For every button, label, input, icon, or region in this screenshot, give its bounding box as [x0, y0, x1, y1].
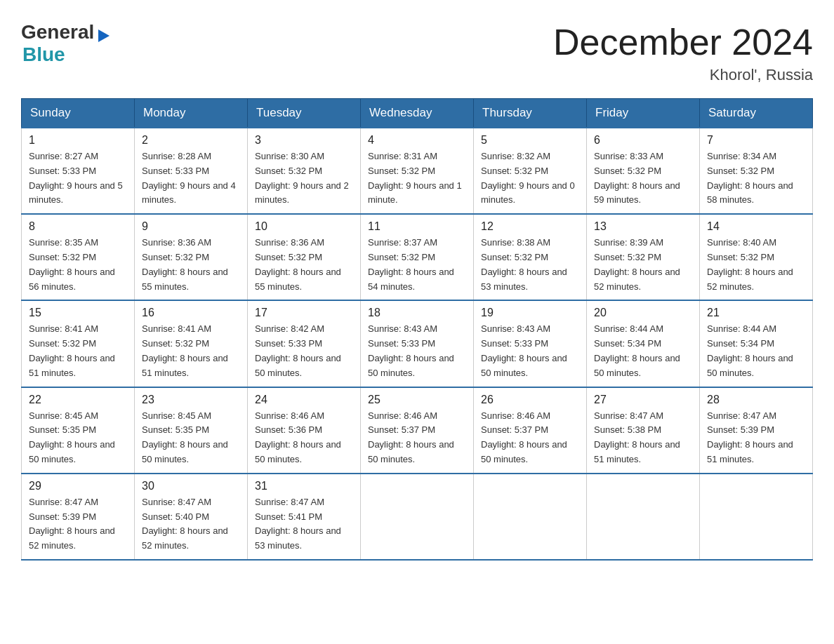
empty-cell-w5-d3 — [361, 474, 474, 560]
calendar-week-4: 22Sunrise: 8:45 AMSunset: 5:35 PMDayligh… — [22, 387, 813, 474]
day-info-20: Sunrise: 8:44 AMSunset: 5:34 PMDaylight:… — [594, 322, 692, 380]
day-number-1: 1 — [29, 134, 127, 147]
header-wednesday: Wednesday — [361, 99, 474, 128]
day-number-29: 29 — [29, 480, 127, 492]
day-cell-22: 22Sunrise: 8:45 AMSunset: 5:35 PMDayligh… — [22, 387, 135, 474]
day-number-17: 17 — [255, 307, 353, 319]
header-thursday: Thursday — [474, 99, 587, 128]
logo-general-text: General — [21, 21, 94, 43]
day-number-27: 27 — [594, 394, 692, 406]
day-cell-1: 1Sunrise: 8:27 AMSunset: 5:33 PMDaylight… — [22, 128, 135, 214]
day-info-15: Sunrise: 8:41 AMSunset: 5:32 PMDaylight:… — [29, 322, 127, 380]
calendar-week-1: 1Sunrise: 8:27 AMSunset: 5:33 PMDaylight… — [22, 128, 813, 214]
header-tuesday: Tuesday — [248, 99, 361, 128]
day-info-3: Sunrise: 8:30 AMSunset: 5:32 PMDaylight:… — [255, 149, 353, 208]
day-cell-30: 30Sunrise: 8:47 AMSunset: 5:40 PMDayligh… — [135, 474, 248, 560]
day-number-2: 2 — [142, 134, 240, 147]
day-cell-7: 7Sunrise: 8:34 AMSunset: 5:32 PMDaylight… — [700, 128, 813, 214]
day-cell-28: 28Sunrise: 8:47 AMSunset: 5:39 PMDayligh… — [700, 387, 813, 474]
day-cell-14: 14Sunrise: 8:40 AMSunset: 5:32 PMDayligh… — [700, 214, 813, 300]
day-number-3: 3 — [255, 134, 353, 147]
day-cell-23: 23Sunrise: 8:45 AMSunset: 5:35 PMDayligh… — [135, 387, 248, 474]
day-number-23: 23 — [142, 394, 240, 406]
day-info-12: Sunrise: 8:38 AMSunset: 5:32 PMDaylight:… — [481, 236, 579, 294]
day-info-5: Sunrise: 8:32 AMSunset: 5:32 PMDaylight:… — [481, 149, 579, 208]
day-number-21: 21 — [707, 307, 805, 319]
day-number-19: 19 — [481, 307, 579, 319]
day-number-14: 14 — [707, 220, 805, 233]
day-cell-21: 21Sunrise: 8:44 AMSunset: 5:34 PMDayligh… — [700, 300, 813, 387]
page-header: General Blue December 2024 Khorol', Russ… — [21, 21, 813, 84]
day-info-21: Sunrise: 8:44 AMSunset: 5:34 PMDaylight:… — [707, 322, 805, 380]
day-cell-5: 5Sunrise: 8:32 AMSunset: 5:32 PMDaylight… — [474, 128, 587, 214]
day-info-7: Sunrise: 8:34 AMSunset: 5:32 PMDaylight:… — [707, 149, 805, 208]
month-title: December 2024 — [553, 21, 813, 63]
location: Khorol', Russia — [553, 66, 813, 84]
day-cell-6: 6Sunrise: 8:33 AMSunset: 5:32 PMDaylight… — [587, 128, 700, 214]
day-info-23: Sunrise: 8:45 AMSunset: 5:35 PMDaylight:… — [142, 409, 240, 467]
day-cell-11: 11Sunrise: 8:37 AMSunset: 5:32 PMDayligh… — [361, 214, 474, 300]
day-cell-2: 2Sunrise: 8:28 AMSunset: 5:33 PMDaylight… — [135, 128, 248, 214]
day-info-8: Sunrise: 8:35 AMSunset: 5:32 PMDaylight:… — [29, 236, 127, 294]
day-cell-24: 24Sunrise: 8:46 AMSunset: 5:36 PMDayligh… — [248, 387, 361, 474]
day-cell-26: 26Sunrise: 8:46 AMSunset: 5:37 PMDayligh… — [474, 387, 587, 474]
calendar-header-row: Sunday Monday Tuesday Wednesday Thursday… — [22, 99, 813, 128]
day-info-31: Sunrise: 8:47 AMSunset: 5:41 PMDaylight:… — [255, 495, 353, 554]
day-cell-25: 25Sunrise: 8:46 AMSunset: 5:37 PMDayligh… — [361, 387, 474, 474]
day-info-28: Sunrise: 8:47 AMSunset: 5:39 PMDaylight:… — [707, 409, 805, 467]
day-cell-10: 10Sunrise: 8:36 AMSunset: 5:32 PMDayligh… — [248, 214, 361, 300]
day-cell-17: 17Sunrise: 8:42 AMSunset: 5:33 PMDayligh… — [248, 300, 361, 387]
day-cell-15: 15Sunrise: 8:41 AMSunset: 5:32 PMDayligh… — [22, 300, 135, 387]
day-number-6: 6 — [594, 134, 692, 147]
calendar-week-5: 29Sunrise: 8:47 AMSunset: 5:39 PMDayligh… — [22, 474, 813, 560]
day-number-8: 8 — [29, 220, 127, 233]
day-info-24: Sunrise: 8:46 AMSunset: 5:36 PMDaylight:… — [255, 409, 353, 467]
header-sunday: Sunday — [22, 99, 135, 128]
day-info-10: Sunrise: 8:36 AMSunset: 5:32 PMDaylight:… — [255, 236, 353, 294]
day-info-17: Sunrise: 8:42 AMSunset: 5:33 PMDaylight:… — [255, 322, 353, 380]
day-cell-19: 19Sunrise: 8:43 AMSunset: 5:33 PMDayligh… — [474, 300, 587, 387]
day-info-30: Sunrise: 8:47 AMSunset: 5:40 PMDaylight:… — [142, 495, 240, 554]
day-info-18: Sunrise: 8:43 AMSunset: 5:33 PMDaylight:… — [368, 322, 466, 380]
empty-cell-w5-d4 — [474, 474, 587, 560]
day-cell-9: 9Sunrise: 8:36 AMSunset: 5:32 PMDaylight… — [135, 214, 248, 300]
day-info-13: Sunrise: 8:39 AMSunset: 5:32 PMDaylight:… — [594, 236, 692, 294]
day-number-10: 10 — [255, 220, 353, 233]
day-number-7: 7 — [707, 134, 805, 147]
day-number-26: 26 — [481, 394, 579, 406]
day-info-27: Sunrise: 8:47 AMSunset: 5:38 PMDaylight:… — [594, 409, 692, 467]
day-number-31: 31 — [255, 480, 353, 492]
day-info-2: Sunrise: 8:28 AMSunset: 5:33 PMDaylight:… — [142, 149, 240, 208]
day-cell-12: 12Sunrise: 8:38 AMSunset: 5:32 PMDayligh… — [474, 214, 587, 300]
header-saturday: Saturday — [700, 99, 813, 128]
day-number-20: 20 — [594, 307, 692, 319]
day-cell-18: 18Sunrise: 8:43 AMSunset: 5:33 PMDayligh… — [361, 300, 474, 387]
logo-triangle-icon — [95, 28, 111, 43]
day-info-25: Sunrise: 8:46 AMSunset: 5:37 PMDaylight:… — [368, 409, 466, 467]
day-cell-16: 16Sunrise: 8:41 AMSunset: 5:32 PMDayligh… — [135, 300, 248, 387]
day-number-18: 18 — [368, 307, 466, 319]
header-monday: Monday — [135, 99, 248, 128]
day-number-4: 4 — [368, 134, 466, 147]
day-number-12: 12 — [481, 220, 579, 233]
day-number-25: 25 — [368, 394, 466, 406]
day-cell-29: 29Sunrise: 8:47 AMSunset: 5:39 PMDayligh… — [22, 474, 135, 560]
day-number-9: 9 — [142, 220, 240, 233]
header-friday: Friday — [587, 99, 700, 128]
day-info-14: Sunrise: 8:40 AMSunset: 5:32 PMDaylight:… — [707, 236, 805, 294]
day-number-5: 5 — [481, 134, 579, 147]
logo: General Blue — [21, 21, 111, 66]
day-cell-20: 20Sunrise: 8:44 AMSunset: 5:34 PMDayligh… — [587, 300, 700, 387]
day-cell-31: 31Sunrise: 8:47 AMSunset: 5:41 PMDayligh… — [248, 474, 361, 560]
day-info-26: Sunrise: 8:46 AMSunset: 5:37 PMDaylight:… — [481, 409, 579, 467]
day-info-1: Sunrise: 8:27 AMSunset: 5:33 PMDaylight:… — [29, 149, 127, 208]
day-info-19: Sunrise: 8:43 AMSunset: 5:33 PMDaylight:… — [481, 322, 579, 380]
day-info-29: Sunrise: 8:47 AMSunset: 5:39 PMDaylight:… — [29, 495, 127, 554]
day-cell-3: 3Sunrise: 8:30 AMSunset: 5:32 PMDaylight… — [248, 128, 361, 214]
day-info-11: Sunrise: 8:37 AMSunset: 5:32 PMDaylight:… — [368, 236, 466, 294]
calendar-table: Sunday Monday Tuesday Wednesday Thursday… — [21, 98, 813, 561]
day-number-28: 28 — [707, 394, 805, 406]
day-info-22: Sunrise: 8:45 AMSunset: 5:35 PMDaylight:… — [29, 409, 127, 467]
day-info-4: Sunrise: 8:31 AMSunset: 5:32 PMDaylight:… — [368, 149, 466, 208]
day-number-15: 15 — [29, 307, 127, 319]
